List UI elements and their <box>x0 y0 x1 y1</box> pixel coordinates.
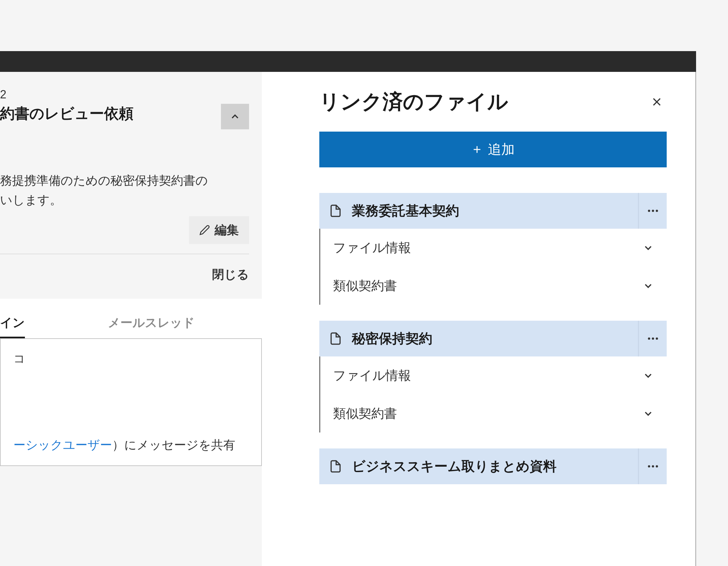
svg-point-12 <box>656 465 658 468</box>
chevron-down-icon <box>642 280 654 292</box>
pencil-icon <box>199 224 210 235</box>
tab-mail-thread[interactable]: メールスレッド <box>108 315 195 338</box>
card-description-line1: 務提携準備のための秘密保持契約書の <box>0 171 249 190</box>
svg-point-9 <box>656 338 658 340</box>
file-section-label: 類似契約書 <box>333 277 397 295</box>
request-card: 2 約書のレビュー依頼 務提携準備のための秘密保持契約書の いします。 編集 <box>0 72 262 299</box>
left-panel: 2 約書のレビュー依頼 務提携準備のための秘密保持契約書の いします。 編集 <box>0 72 262 466</box>
more-button[interactable] <box>638 193 667 229</box>
file-item: 業務委託基本契約 ファイル情報 類似契約書 <box>319 193 667 305</box>
card-number: 2 <box>0 88 249 101</box>
file-section-similar[interactable]: 類似契約書 <box>320 395 667 433</box>
close-button[interactable]: 閉じる <box>212 266 249 283</box>
svg-point-8 <box>652 338 654 340</box>
file-name: ビジネススキーム取りまとめ資料 <box>352 457 657 475</box>
edit-button[interactable]: 編集 <box>189 216 249 244</box>
svg-point-10 <box>648 465 650 468</box>
card-description-line2: いします。 <box>0 190 249 210</box>
content-placeholder: コ <box>13 351 248 367</box>
more-horizontal-icon <box>646 204 660 217</box>
more-horizontal-icon <box>646 460 660 473</box>
collapse-button[interactable] <box>221 104 249 129</box>
svg-point-5 <box>652 210 654 212</box>
tabs: イン メールスレッド <box>0 299 249 338</box>
file-item: 秘密保持契約 ファイル情報 類似契約書 <box>319 321 667 433</box>
file-header[interactable]: ビジネススキーム取りまとめ資料 <box>319 449 667 484</box>
plus-icon <box>471 144 483 155</box>
add-button-label: 追加 <box>488 140 515 158</box>
close-icon <box>650 95 664 109</box>
right-panel: リンク済のファイル 追加 業務委託基本契約 ファイル情報 <box>262 72 696 566</box>
edit-button-label: 編集 <box>215 222 239 238</box>
file-section-label: ファイル情報 <box>333 367 411 384</box>
svg-point-6 <box>656 210 658 212</box>
file-header[interactable]: 秘密保持契約 <box>319 321 667 357</box>
svg-point-11 <box>652 465 654 468</box>
close-panel-button[interactable] <box>647 92 667 112</box>
file-section-info[interactable]: ファイル情報 <box>320 357 667 395</box>
message-link[interactable]: ーシックユーザー <box>13 438 112 452</box>
svg-point-4 <box>648 210 650 212</box>
tab-timeline[interactable]: イン <box>0 315 25 338</box>
svg-point-7 <box>648 338 650 340</box>
file-section-similar[interactable]: 類似契約書 <box>320 267 667 305</box>
file-icon <box>329 332 342 345</box>
more-button[interactable] <box>638 449 667 484</box>
file-section-label: ファイル情報 <box>333 239 411 256</box>
chevron-down-icon <box>642 242 654 253</box>
chevron-down-icon <box>642 408 654 419</box>
message-suffix: にメッセージを共有 <box>124 438 235 452</box>
file-header[interactable]: 業務委託基本契約 <box>319 193 667 229</box>
file-icon <box>329 204 342 217</box>
file-name: 業務委託基本契約 <box>352 202 657 220</box>
message-paren: ） <box>112 438 124 452</box>
chevron-down-icon <box>642 370 654 381</box>
top-bar <box>0 51 696 72</box>
file-icon <box>329 460 342 473</box>
file-item: ビジネススキーム取りまとめ資料 <box>319 449 667 484</box>
message-text: ーシックユーザー）にメッセージを共有 <box>13 437 248 453</box>
card-title: 約書のレビュー依頼 <box>0 104 133 124</box>
chevron-up-icon <box>229 111 241 122</box>
more-horizontal-icon <box>646 332 660 345</box>
file-name: 秘密保持契約 <box>352 330 657 348</box>
panel-title: リンク済のファイル <box>319 88 508 116</box>
more-button[interactable] <box>638 321 667 357</box>
content-area: コ ーシックユーザー）にメッセージを共有 <box>0 338 262 466</box>
file-section-info[interactable]: ファイル情報 <box>320 229 667 267</box>
add-button[interactable]: 追加 <box>319 132 667 167</box>
file-section-label: 類似契約書 <box>333 405 397 422</box>
